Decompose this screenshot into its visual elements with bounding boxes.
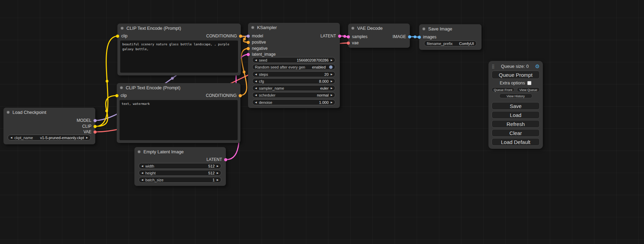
refresh-button[interactable]: Refresh xyxy=(492,120,540,128)
node-title-bar[interactable]: Save Image xyxy=(419,24,482,33)
output-clip[interactable]: CLIP xyxy=(82,124,97,129)
output-dot-latent[interactable] xyxy=(224,158,227,161)
widget-width[interactable]: ◀ width 512 ▶ xyxy=(139,163,221,169)
widget-ckpt-name[interactable]: ◀ ckpt_name v1-5-pruned-emaonly.ckpt ▶ xyxy=(8,135,91,141)
collapse-dot[interactable] xyxy=(138,150,141,153)
input-dot-clip[interactable] xyxy=(116,35,119,38)
increment-arrow-icon[interactable]: ▶ xyxy=(217,165,219,167)
node-title-bar[interactable]: KSampler xyxy=(248,23,340,32)
decrement-arrow-icon[interactable]: ◀ xyxy=(141,165,143,167)
node-clip-text-encode-negative[interactable]: CLIP Text Encode (Prompt) clip CONDITION… xyxy=(117,83,240,143)
output-vae[interactable]: VAE xyxy=(83,129,97,135)
node-title-bar[interactable]: VAE Decode xyxy=(348,24,410,33)
input-dot-vae[interactable] xyxy=(347,42,350,45)
collapse-dot[interactable] xyxy=(422,27,425,30)
output-dot-image[interactable] xyxy=(408,35,411,38)
input-samples[interactable]: samples xyxy=(347,34,368,39)
toggle-indicator[interactable] xyxy=(329,65,333,69)
prompt-textarea[interactable]: text, watermark xyxy=(120,100,238,140)
collapse-dot[interactable] xyxy=(121,27,124,30)
collapse-dot[interactable] xyxy=(7,111,10,114)
decrement-arrow-icon[interactable]: ◀ xyxy=(141,179,143,181)
widget-scheduler[interactable]: ◀ scheduler normal ▶ xyxy=(252,92,335,98)
prompt-textarea[interactable]: beautiful scenery nature glass bottle la… xyxy=(120,40,238,73)
output-dot-clip[interactable] xyxy=(94,125,97,128)
node-empty-latent-image[interactable]: Empty Latent Image LATENT ◀ width 512 ▶ … xyxy=(134,147,226,186)
increment-arrow-icon[interactable]: ▶ xyxy=(331,59,333,61)
increment-arrow-icon[interactable]: ▶ xyxy=(331,80,333,82)
input-latent-image[interactable]: latent_image xyxy=(247,52,276,57)
input-images[interactable]: images xyxy=(418,34,436,40)
input-dot-clip[interactable] xyxy=(115,94,118,97)
widget-sampler-name[interactable]: ◀ sampler_name euler ▶ xyxy=(252,85,335,91)
queue-front-button[interactable]: Queue Front xyxy=(492,87,514,92)
input-clip[interactable]: clip xyxy=(115,93,127,98)
node-ksampler[interactable]: KSampler model positive negative latent_… xyxy=(248,23,340,108)
extra-options-checkbox[interactable] xyxy=(527,81,531,85)
increment-arrow-icon[interactable]: ▶ xyxy=(217,179,219,181)
output-latent[interactable]: LATENT xyxy=(320,33,341,39)
output-latent[interactable]: LATENT xyxy=(206,157,227,162)
input-dot-latent[interactable] xyxy=(347,35,350,38)
node-save-image[interactable]: Save Image images filename_prefix ComfyU… xyxy=(419,24,482,50)
widget-filename-prefix[interactable]: filename_prefix ComfyUI xyxy=(424,40,477,46)
decrement-arrow-icon[interactable]: ◀ xyxy=(255,94,257,96)
clear-button[interactable]: Clear xyxy=(492,129,540,137)
graph-canvas[interactable]: Load Checkpoint MODEL CLIP VAE ◀ ckpt_na… xyxy=(0,0,644,244)
decrement-arrow-icon[interactable]: ◀ xyxy=(255,59,257,61)
node-title-bar[interactable]: CLIP Text Encode (Prompt) xyxy=(117,24,241,33)
output-dot-vae[interactable] xyxy=(94,130,97,134)
input-dot-conditioning[interactable] xyxy=(247,47,250,50)
output-image[interactable]: IMAGE xyxy=(392,34,411,39)
input-dot-conditioning[interactable] xyxy=(247,41,250,44)
queue-prompt-button[interactable]: Queue Prompt xyxy=(492,71,540,79)
output-conditioning[interactable]: CONDITIONING xyxy=(206,93,242,98)
output-dot-latent[interactable] xyxy=(338,35,341,38)
output-model[interactable]: MODEL xyxy=(77,118,97,123)
load-button[interactable]: Load xyxy=(492,111,540,119)
increment-arrow-icon[interactable]: ▶ xyxy=(217,172,219,174)
output-dot-model[interactable] xyxy=(94,119,97,122)
input-clip[interactable]: clip xyxy=(116,33,127,39)
widget-height[interactable]: ◀ height 512 ▶ xyxy=(139,170,221,176)
node-title-bar[interactable]: Load Checkpoint xyxy=(3,108,95,117)
node-clip-text-encode-positive[interactable]: CLIP Text Encode (Prompt) clip CONDITION… xyxy=(117,24,241,75)
input-dot-latent[interactable] xyxy=(247,53,250,56)
decrement-arrow-icon[interactable]: ◀ xyxy=(255,73,257,75)
input-dot-image[interactable] xyxy=(418,36,421,39)
collapse-dot[interactable] xyxy=(351,27,354,30)
decrement-arrow-icon[interactable]: ◀ xyxy=(255,101,257,103)
input-dot-model[interactable] xyxy=(247,35,250,38)
node-title-bar[interactable]: Empty Latent Image xyxy=(134,147,226,156)
output-conditioning[interactable]: CONDITIONING xyxy=(206,33,242,39)
output-dot-conditioning[interactable] xyxy=(239,35,242,38)
increment-arrow-icon[interactable]: ▶ xyxy=(331,73,333,75)
increment-arrow-icon[interactable]: ▶ xyxy=(331,94,333,96)
view-history-button[interactable]: View History xyxy=(499,93,532,98)
widget-batch-size[interactable]: ◀ batch_size 1 ▶ xyxy=(139,177,221,183)
node-load-checkpoint[interactable]: Load Checkpoint MODEL CLIP VAE ◀ ckpt_na… xyxy=(3,108,95,144)
increment-arrow-icon[interactable]: ▶ xyxy=(331,87,333,89)
widget-steps[interactable]: ◀ steps 20 ▶ xyxy=(252,71,335,77)
increment-arrow-icon[interactable]: ▶ xyxy=(86,136,88,139)
node-vae-decode[interactable]: VAE Decode samples vae IMAGE xyxy=(348,24,410,48)
widget-seed[interactable]: ◀ seed 156680208700286 ▶ xyxy=(252,57,335,63)
collapse-dot[interactable] xyxy=(120,86,123,89)
widget-random-seed-toggle[interactable]: Random seed after every gen enabled xyxy=(252,64,335,70)
decrement-arrow-icon[interactable]: ◀ xyxy=(10,136,12,139)
settings-gear-icon[interactable]: ⚙ xyxy=(535,64,540,69)
input-vae[interactable]: vae xyxy=(347,40,359,46)
load-default-button[interactable]: Load Default xyxy=(492,138,540,146)
decrement-arrow-icon[interactable]: ◀ xyxy=(255,80,257,82)
decrement-arrow-icon[interactable]: ◀ xyxy=(255,87,257,89)
output-dot-conditioning[interactable] xyxy=(239,94,242,97)
collapse-dot[interactable] xyxy=(251,26,254,29)
increment-arrow-icon[interactable]: ▶ xyxy=(331,101,333,103)
widget-denoise[interactable]: ◀ denoise 1.000 ▶ xyxy=(252,99,335,105)
save-button[interactable]: Save xyxy=(492,102,540,110)
widget-cfg[interactable]: ◀ cfg 8.000 ▶ xyxy=(252,78,335,84)
input-model[interactable]: model xyxy=(247,33,263,39)
input-negative[interactable]: negative xyxy=(247,46,267,51)
input-positive[interactable]: positive xyxy=(247,39,266,45)
drag-handle-icon[interactable]: ⣿ xyxy=(492,64,495,69)
